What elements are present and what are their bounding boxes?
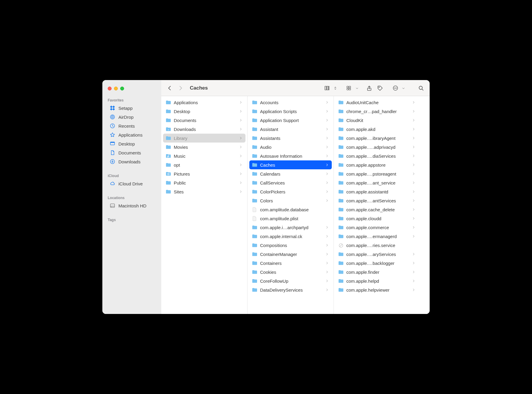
file-item[interactable]: Caches xyxy=(249,160,332,169)
group-by-button[interactable] xyxy=(345,84,353,93)
file-item[interactable]: Desktop xyxy=(163,107,245,116)
file-item[interactable]: com.apple.akd xyxy=(336,125,418,134)
window-title: Caches xyxy=(190,85,208,91)
share-button[interactable] xyxy=(365,84,374,93)
file-item[interactable]: Cookies xyxy=(249,268,332,276)
file-item[interactable]: Library xyxy=(163,134,245,143)
file-item[interactable]: com.apple.cloudd xyxy=(336,214,418,223)
file-item[interactable]: AudioUnitCache xyxy=(336,98,418,107)
file-item[interactable]: com.apple.helpviewer xyxy=(336,285,418,294)
file-item[interactable]: Audio xyxy=(249,143,332,151)
file-item[interactable]: Downloads xyxy=(163,125,245,134)
file-item[interactable]: com.apple.…ermanagerd xyxy=(336,232,418,241)
sidebar-item-icloud-drive[interactable]: iCloud Drive xyxy=(104,179,159,188)
sidebar-item-applications[interactable]: Applications xyxy=(104,130,159,139)
file-item[interactable]: com.apple.…pstoreagent xyxy=(336,169,418,178)
file-item[interactable]: com.apple.assistantd xyxy=(336,187,418,196)
file-item[interactable]: chrome_cr…pad_handler xyxy=(336,107,418,116)
column-2[interactable]: AccountsApplication ScriptsApplication S… xyxy=(248,96,334,314)
file-item[interactable]: com.apple.finder xyxy=(336,268,418,276)
view-mode-button[interactable] xyxy=(323,84,331,93)
sidebar-item-label: Recents xyxy=(118,123,135,129)
file-item[interactable]: Public xyxy=(163,178,245,187)
column-3[interactable]: AudioUnitCachechrome_cr…pad_handlerCloud… xyxy=(334,96,420,314)
folder-icon xyxy=(165,126,171,132)
sidebar-item-setapp[interactable]: Setapp xyxy=(104,104,159,112)
file-item[interactable]: CoreFollowUp xyxy=(249,276,332,285)
file-item-name: Containers xyxy=(260,261,323,266)
file-item[interactable]: com.apple.cache_delete xyxy=(336,205,418,214)
file-item[interactable]: Applications xyxy=(163,98,245,107)
file-item[interactable]: Documents xyxy=(163,116,245,125)
folder-icon xyxy=(252,224,258,230)
file-item-name: com.apple.…antServices xyxy=(346,198,410,203)
file-item[interactable]: com.apple.…diaServices xyxy=(336,151,418,160)
file-item[interactable]: Compositions xyxy=(249,241,332,250)
file-item[interactable]: Movies xyxy=(163,143,245,151)
folder-icon xyxy=(252,233,258,239)
file-item[interactable]: Assistant xyxy=(249,125,332,134)
file-item[interactable]: Sites xyxy=(163,187,245,196)
sidebar-item-airdrop[interactable]: AirDrop xyxy=(104,112,159,121)
file-item[interactable]: opt xyxy=(163,160,245,169)
more-button[interactable] xyxy=(391,84,400,93)
file-item-name: Audio xyxy=(260,145,323,150)
download-icon xyxy=(109,159,115,165)
file-item[interactable]: com.amplitude.plist xyxy=(249,214,332,223)
sidebar-item-downloads[interactable]: Downloads xyxy=(104,157,159,166)
file-item[interactable]: Calendars xyxy=(249,169,332,178)
close-window-button[interactable] xyxy=(108,87,112,90)
folder-icon xyxy=(252,287,258,293)
file-item[interactable]: com.apple.…ries.service xyxy=(336,241,418,250)
file-item[interactable]: com.apple.…aryServices xyxy=(336,250,418,259)
sidebar-item-recents[interactable]: Recents xyxy=(104,121,159,130)
sidebar-item-macintosh-hd[interactable]: Macintosh HD xyxy=(104,201,159,210)
file-item[interactable]: CloudKit xyxy=(336,116,418,125)
file-item[interactable]: ColorPickers xyxy=(249,187,332,196)
file-item[interactable]: com.apple.i…archpartyd xyxy=(249,223,332,232)
folder-icon xyxy=(252,251,258,257)
view-mode-updown-icon[interactable] xyxy=(333,84,338,93)
file-item[interactable]: com.amplitude.database xyxy=(249,205,332,214)
file-item[interactable]: com.apple.appstore xyxy=(336,160,418,169)
file-item[interactable]: com.apple.internal.ck xyxy=(249,232,332,241)
fullscreen-window-button[interactable] xyxy=(120,87,124,90)
folder-icon xyxy=(338,171,344,177)
file-item[interactable]: CallServices xyxy=(249,178,332,187)
file-item[interactable]: com.apple.….adprivacyd xyxy=(336,143,418,151)
folder-icon xyxy=(252,108,258,114)
file-item[interactable]: com.apple.…backlogger xyxy=(336,259,418,268)
sidebar-item-desktop[interactable]: Desktop xyxy=(104,139,159,148)
column-1[interactable]: ApplicationsDesktopDocumentsDownloadsLib… xyxy=(161,96,248,314)
file-item[interactable]: Assistants xyxy=(249,134,332,143)
tags-button[interactable] xyxy=(375,84,384,93)
file-item[interactable]: com.apple.commerce xyxy=(336,223,418,232)
file-item[interactable]: Music xyxy=(163,151,245,160)
file-item[interactable]: Application Scripts xyxy=(249,107,332,116)
file-item[interactable]: Autosave Information xyxy=(249,151,332,160)
setapp-icon xyxy=(109,105,115,111)
file-item[interactable]: Pictures xyxy=(163,169,245,178)
chevron-down-icon[interactable] xyxy=(355,84,359,93)
file-item[interactable]: com.apple.…antServices xyxy=(336,196,418,205)
file-item[interactable]: ContainerManager xyxy=(249,250,332,259)
file-item-name: Accounts xyxy=(260,100,323,105)
chevron-down-icon[interactable] xyxy=(401,84,406,93)
chevron-right-icon xyxy=(326,198,329,203)
file-item[interactable]: Application Support xyxy=(249,116,332,125)
chevron-right-icon xyxy=(240,145,243,150)
file-item[interactable]: com.apple.…ibraryAgent xyxy=(336,134,418,143)
file-item[interactable]: Containers xyxy=(249,259,332,268)
search-button[interactable] xyxy=(417,84,425,93)
file-item[interactable]: DataDeliveryServices xyxy=(249,285,332,294)
chevron-right-icon xyxy=(412,287,416,293)
file-item[interactable]: com.apple.…ant_service xyxy=(336,178,418,187)
minimize-window-button[interactable] xyxy=(114,87,118,90)
forward-button[interactable] xyxy=(176,84,185,93)
sidebar-item-documents[interactable]: Documents xyxy=(104,148,159,157)
file-item[interactable]: Accounts xyxy=(249,98,332,107)
back-button[interactable] xyxy=(165,84,174,93)
file-item[interactable]: com.apple.helpd xyxy=(336,276,418,285)
folder-icon xyxy=(338,117,344,123)
file-item[interactable]: Colors xyxy=(249,196,332,205)
